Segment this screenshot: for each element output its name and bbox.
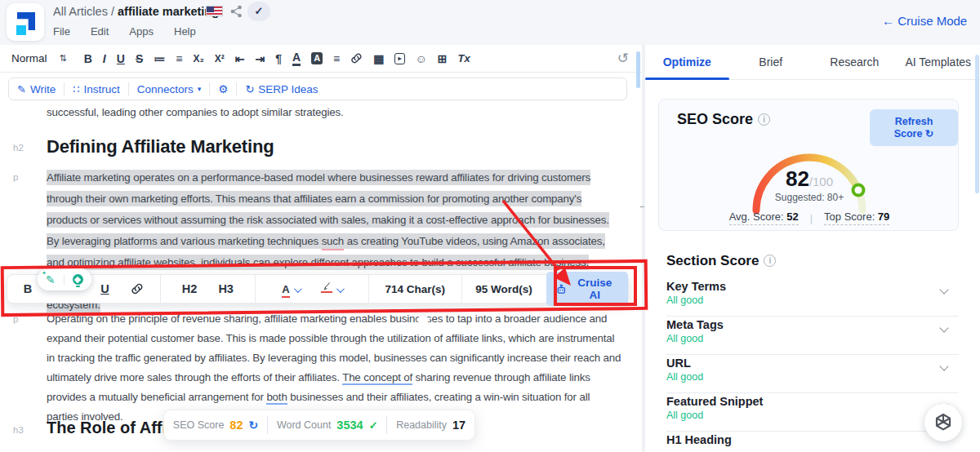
bold-icon[interactable]: B xyxy=(84,52,92,65)
tab-brief[interactable]: Brief xyxy=(729,45,813,79)
menu-file[interactable]: File xyxy=(53,25,70,38)
tab-ai-templates[interactable]: AI Templates xyxy=(897,45,980,79)
cruise-ai-button[interactable]: Cruise AI xyxy=(546,272,628,306)
breadcrumb-root[interactable]: All Articles xyxy=(53,5,108,18)
cruise-mode-link[interactable]: ← Cruise Mode xyxy=(882,14,967,28)
write-button[interactable]: ✎ Write xyxy=(17,83,56,95)
breadcrumb-current: affiliate marketing xyxy=(118,5,219,18)
instruct-button[interactable]: ∷ Instruct xyxy=(73,83,120,95)
section-score-title: Section Scorei xyxy=(666,253,776,269)
chevron-down-icon: ▾ xyxy=(198,85,202,93)
tab-research[interactable]: Research xyxy=(813,45,897,79)
seo-score-title: SEO Scorei xyxy=(677,111,770,128)
readability-value: 17 xyxy=(452,419,466,432)
gauge-stats: Avg. Score: 52 | Top Score: 79 xyxy=(659,210,960,225)
share-icon[interactable] xyxy=(230,5,243,18)
h3-heading[interactable]: The Role of Affil xyxy=(47,419,172,437)
history-icon[interactable]: ↺ xyxy=(617,50,629,67)
text-color-icon[interactable]: A xyxy=(292,51,301,66)
h3-button[interactable]: H3 xyxy=(218,282,234,295)
serp-ideas-button[interactable]: ↻ SERP Ideas xyxy=(245,83,318,95)
image-icon[interactable]: ▦ xyxy=(373,52,384,65)
italic-icon[interactable]: I xyxy=(103,52,106,65)
style-caret-icon[interactable]: ⇅ xyxy=(60,53,67,64)
section-item-key-terms[interactable]: Key Terms All good xyxy=(666,280,959,306)
check-icon: ✓ xyxy=(369,419,378,432)
paragraph-style-dropdown[interactable]: Normal xyxy=(11,52,47,64)
section-item-meta-tags[interactable]: Meta Tags All good xyxy=(666,318,959,344)
paragraph-partial[interactable]: successful, leading other companies to a… xyxy=(47,102,623,123)
info-icon[interactable]: i xyxy=(758,113,770,126)
robot-icon xyxy=(556,284,567,295)
bullet-list-icon[interactable]: ≡ xyxy=(176,52,182,65)
block-label-h3: h3 xyxy=(13,425,24,435)
panel-scrollbar[interactable] xyxy=(975,55,979,193)
brush-icon xyxy=(321,282,332,293)
sel-bold-icon[interactable]: B xyxy=(24,282,32,295)
char-count: 714 Char(s) xyxy=(369,283,461,295)
avg-score: Avg. Score: 52 xyxy=(729,210,799,225)
tab-optimize[interactable]: Optimize xyxy=(645,45,729,79)
ai-pencil-icon[interactable]: ✦✎ xyxy=(46,273,56,286)
word-count-label: Word Count xyxy=(277,419,331,431)
menu-apps[interactable]: Apps xyxy=(129,25,154,38)
seo-score-value: 82 xyxy=(229,419,243,432)
clear-format-icon[interactable]: Tx xyxy=(458,52,470,65)
text-direction-icon[interactable]: ¶ xyxy=(275,52,282,65)
section-item-featured-snippet[interactable]: Featured Snippet All good xyxy=(666,395,959,421)
saved-check-icon[interactable]: ✓ xyxy=(247,2,270,21)
readability-label: Readability xyxy=(396,419,447,431)
link-icon[interactable] xyxy=(350,52,363,64)
doc-status-bar: SEO Score 82 ↻ Word Count 3534 ✓ Readabi… xyxy=(163,410,475,441)
sel-link-icon[interactable] xyxy=(131,282,144,295)
gear-icon[interactable]: ⚙ xyxy=(218,82,228,95)
subscript-icon[interactable]: X₂ xyxy=(193,52,203,65)
superscript-icon[interactable]: X² xyxy=(215,52,225,65)
menu-bar: File Edit Apps Help xyxy=(53,25,196,38)
connectors-dropdown[interactable]: Connectors ▾ xyxy=(137,83,202,95)
section-item-h1-heading[interactable]: H1 Heading xyxy=(666,433,959,446)
underline-icon[interactable]: U xyxy=(117,52,125,65)
breadcrumb-separator: / xyxy=(111,5,114,18)
emoji-icon[interactable]: ☺ xyxy=(416,52,427,65)
block-label-p1: p xyxy=(13,172,18,182)
top-score: Top Score: 79 xyxy=(824,210,889,225)
block-label-p2: p xyxy=(13,314,18,324)
format-toolbar: Normal ⇅ B I U S ≔ ≡ X₂ X² ⇤ ⇥ ¶ A A ≡ ▦… xyxy=(0,45,642,73)
optimize-panel: Optimize Brief Research AI Templates SEO… xyxy=(645,45,980,452)
sel-highlight-dropdown[interactable] xyxy=(321,282,342,295)
logo-square-shape xyxy=(16,25,26,35)
video-icon[interactable]: ▸ xyxy=(394,53,404,64)
top-bar: All Articles / affiliate marketing ✓ Fil… xyxy=(0,0,980,45)
align-icon[interactable]: ≡ xyxy=(333,52,340,65)
editor-panel: Normal ⇅ B I U S ≔ ≡ X₂ X² ⇤ ⇥ ¶ A A ≡ ▦… xyxy=(0,45,642,452)
table-icon[interactable]: ⊞ xyxy=(438,52,448,65)
ordered-list-icon[interactable]: ≔ xyxy=(154,52,165,65)
serp-refresh-icon: ↻ xyxy=(245,83,254,95)
chat-widget-button[interactable] xyxy=(924,404,962,441)
info-icon[interactable]: i xyxy=(764,255,776,267)
chevron-down-icon xyxy=(336,285,345,293)
section-item-url[interactable]: URL All good xyxy=(666,357,959,383)
indent-icon[interactable]: ⇥ xyxy=(255,52,265,65)
sel-underline-icon[interactable]: U xyxy=(100,282,109,295)
h2-button[interactable]: H2 xyxy=(182,282,198,295)
outdent-icon[interactable]: ⇤ xyxy=(235,52,245,65)
h2-heading[interactable]: Defining Affiliate Marketing xyxy=(47,136,274,157)
openai-logo-icon xyxy=(932,411,955,434)
panel-tabs: Optimize Brief Research AI Templates xyxy=(645,45,980,80)
gauge-score: 82/100 xyxy=(659,166,960,192)
highlight-icon[interactable]: A xyxy=(311,52,323,64)
selection-toolbar: B U H2 H3 A 714 Char(s) 95 Word(s) xyxy=(7,274,629,304)
editor-scrollbar[interactable] xyxy=(636,51,640,88)
language-flag-icon[interactable] xyxy=(206,6,223,16)
app-logo[interactable] xyxy=(7,3,44,41)
strikethrough-icon[interactable]: S xyxy=(136,52,143,65)
menu-help[interactable]: Help xyxy=(174,25,196,38)
write-icon: ✎ xyxy=(17,83,26,95)
sel-text-color-dropdown[interactable]: A xyxy=(282,282,299,295)
refresh-icon[interactable]: ↻ xyxy=(249,419,259,432)
block-label-h2: h2 xyxy=(13,143,24,153)
lightbulb-icon[interactable] xyxy=(73,274,83,285)
menu-edit[interactable]: Edit xyxy=(91,25,109,38)
